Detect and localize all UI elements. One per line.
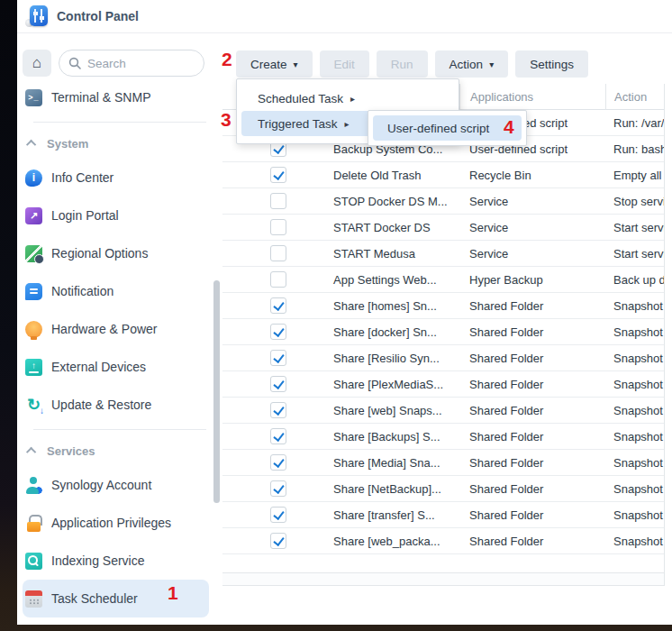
submenu-arrow-icon: ▸ (350, 94, 355, 104)
sidebar-entry-label: Task Scheduler (51, 591, 138, 606)
synology-account-icon (25, 477, 42, 494)
task-action: Snapshot (605, 299, 664, 313)
row-checkbox[interactable] (270, 324, 286, 340)
menu-item-label: Scheduled Task (258, 92, 343, 105)
task-name: Share [NetBackup]... (333, 482, 441, 496)
column-header-action[interactable]: Action (605, 84, 664, 110)
terminal-icon (25, 89, 42, 106)
create-menu-item[interactable]: Scheduled Task ▸ (241, 86, 454, 111)
sidebar-entry[interactable]: Hardware & Power (17, 310, 222, 348)
task-name: Share [Resilio Syn... (333, 352, 440, 365)
sidebar-entry[interactable]: Terminal & SNMP (17, 78, 222, 116)
table-row[interactable]: Share [Backups] S... Shared Folder Snaps… (222, 424, 664, 450)
task-application: Shared Folder (459, 404, 605, 417)
task-action: Snapshot (605, 508, 664, 522)
table-row[interactable]: STOP Docker DS M... Service Stop servic (222, 188, 664, 215)
row-checkbox[interactable] (270, 376, 286, 392)
task-name: Share [homes] Sn... (333, 299, 437, 313)
row-checkbox[interactable] (270, 167, 286, 183)
titlebar[interactable]: Control Panel (17, 0, 672, 33)
indexing-service-icon (25, 553, 42, 570)
task-name: START Docker DS (333, 221, 431, 234)
row-checkbox[interactable] (270, 533, 286, 549)
sidebar-entry[interactable]: Login Portal (17, 197, 222, 234)
sidebar-entry[interactable]: Indexing Service (17, 542, 222, 580)
home-icon: ⌂ (32, 54, 41, 72)
sidebar-entry[interactable]: Regional Options (17, 234, 222, 272)
caret-down-icon: ▾ (294, 59, 298, 69)
toolbar-button[interactable]: Action ▾ (435, 50, 509, 78)
sidebar-entry[interactable]: Update & Restore (17, 386, 222, 424)
table-row[interactable]: Delete Old Trash Recycle Bin Empty all R (222, 162, 664, 188)
row-checkbox[interactable] (270, 402, 286, 418)
task-name: Delete Old Trash (333, 169, 422, 182)
sidebar-entry-label: Application Privileges (51, 516, 171, 530)
table-row[interactable]: App Settings Web... Hyper Backup Back up… (222, 267, 664, 293)
toolbar-button[interactable]: Create ▾ (236, 50, 313, 78)
toolbar-button[interactable]: Settings ▾ (515, 50, 588, 78)
row-checkbox[interactable] (270, 428, 286, 444)
task-name: Share [transfer] S... (333, 508, 435, 522)
table-row[interactable]: Share [docker] Sn... Shared Folder Snaps… (222, 319, 664, 345)
toolbar-button-label: Run (391, 58, 413, 71)
toolbar-button[interactable]: Edit ▾ (320, 50, 369, 78)
task-name: STOP Docker DS M... (333, 195, 448, 208)
task-action: Snapshot (605, 430, 664, 444)
sidebar-entry[interactable] (33, 122, 206, 123)
sidebar-entry[interactable]: Application Privileges (17, 504, 222, 542)
row-checkbox[interactable] (270, 350, 286, 366)
info-center-icon (25, 169, 42, 187)
task-scheduler-icon (25, 590, 42, 608)
table-row[interactable]: Share [Media] Sna... Shared Folder Snaps… (222, 450, 664, 476)
sidebar-entry[interactable]: Synology Account (17, 466, 222, 504)
caret-down-icon: ▾ (489, 59, 494, 69)
task-name: Share [Backups] S... (333, 430, 440, 444)
sidebar-scrollbar-thumb[interactable] (213, 280, 220, 503)
task-application: Shared Folder (459, 508, 605, 522)
regional-options-icon (25, 245, 42, 262)
sidebar-entry[interactable]: Task Scheduler (23, 580, 209, 617)
row-checkbox[interactable] (270, 507, 286, 523)
row-checkbox[interactable] (270, 193, 286, 209)
table-row[interactable]: Share [PlexMediaS... Shared Folder Snaps… (222, 371, 664, 398)
table-row[interactable]: START Docker DS Service Start servic (222, 215, 664, 241)
sidebar-entry-label: Indexing Service (51, 553, 145, 568)
row-checkbox[interactable] (270, 271, 286, 288)
row-checkbox[interactable] (270, 480, 286, 497)
table-row[interactable]: Share [transfer] S... Shared Folder Snap… (222, 502, 664, 528)
task-application: Shared Folder (459, 430, 605, 444)
application-privileges-icon (25, 515, 42, 532)
table-row[interactable]: Share [homes] Sn... Shared Folder Snapsh… (222, 293, 664, 319)
task-application: Service (459, 221, 605, 234)
sidebar-entry[interactable]: External Devices (17, 348, 222, 386)
home-button[interactable]: ⌂ (23, 50, 51, 77)
table-row[interactable]: Share [web] Snaps... Shared Folder Snaps… (222, 398, 664, 424)
task-name: Share [PlexMediaS... (333, 378, 443, 391)
row-checkbox[interactable] (270, 454, 286, 471)
external-devices-icon (25, 359, 42, 376)
table-row[interactable]: START Medusa Service Start servic (222, 241, 664, 267)
sidebar-entry-label: Info Center (51, 170, 114, 185)
table-row[interactable]: Share [Resilio Syn... Shared Folder Snap… (222, 345, 664, 371)
row-checkbox[interactable] (270, 297, 286, 314)
toolbar-button[interactable]: Run ▾ (377, 50, 428, 78)
search-input[interactable]: Search (59, 50, 204, 77)
window-title: Control Panel (57, 9, 139, 23)
sidebar-entry-label: Synology Account (51, 478, 151, 492)
column-header-applications[interactable]: Applications (459, 84, 605, 110)
sidebar-entry[interactable]: Notification (17, 272, 222, 310)
sidebar-entry[interactable]: Info Center (17, 159, 222, 197)
sidebar-entry[interactable] (33, 429, 206, 430)
task-action: Start servic (605, 247, 664, 261)
task-application: Recycle Bin (459, 169, 605, 182)
task-name: Share [web] Snaps... (333, 404, 442, 417)
table-row[interactable]: Share [web_packa... Shared Folder Snapsh… (222, 528, 664, 554)
table-row[interactable]: Share [NetBackup]... Shared Folder Snaps… (222, 476, 664, 502)
sidebar-entry-label: Terminal & SNMP (51, 90, 150, 105)
sidebar-entry-label: Login Portal (51, 208, 119, 223)
row-checkbox[interactable] (270, 245, 286, 261)
submenu-item[interactable]: User-defined script (373, 115, 522, 141)
row-checkbox[interactable] (270, 219, 286, 235)
chevron-up-icon (26, 447, 36, 457)
task-application: Shared Folder (459, 482, 605, 496)
